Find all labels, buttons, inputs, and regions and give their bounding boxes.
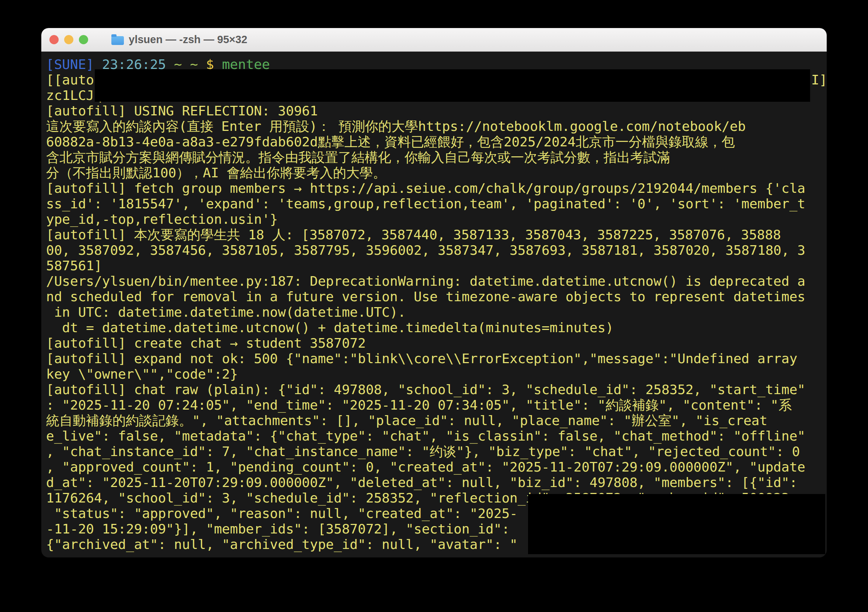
window-title-group: ylsuen — -zsh — 95×32 xyxy=(112,34,247,46)
terminal-line: 587561] xyxy=(46,258,827,274)
redaction-box-member-details xyxy=(528,494,825,554)
terminal-line: 這次要寫入的約談內容(直接 Enter 用預設)： 預測你的大學https://… xyxy=(46,119,827,134)
terminal-line: 分（不指出則默認100），AI 會給出你將要考入的大學。 xyxy=(46,165,827,181)
terminal-line: 00, 3587092, 3587456, 3587105, 3587795, … xyxy=(46,243,827,258)
terminal-line: [autofill] fetch group members → https:/… xyxy=(46,181,827,196)
terminal-line: [autofill] create chat → student 3587072 xyxy=(46,336,827,351)
terminal-line: ype_id,-top,reflection.usin'} xyxy=(46,212,827,227)
terminal-output: [SUNE] 23:26:25 ~ ~ $ mentee[[autofill]z… xyxy=(46,57,827,552)
terminal-line: , "approved_count": 1, "pending_count": … xyxy=(46,459,827,475)
redaction-box-token xyxy=(95,69,810,102)
terminal-line: /Users/ylsuen/bin/mentee.py:187: Depreca… xyxy=(46,274,827,289)
terminal-line: : "2025-11-20 07:24:05", "end_time": "20… xyxy=(46,397,827,413)
close-button[interactable] xyxy=(50,35,59,44)
terminal-line2-tail: I] xyxy=(811,72,827,88)
terminal-line: key \"owner\"","code":2} xyxy=(46,366,827,382)
terminal-screen[interactable]: [SUNE] 23:26:25 ~ ~ $ mentee[[autofill]z… xyxy=(41,52,827,558)
terminal-line: dt = datetime.datetime.utcnow() + dateti… xyxy=(46,320,827,336)
terminal-line: [autofill] 本次要寫的學生共 18 人: [3587072, 3587… xyxy=(46,227,827,243)
terminal-line: e_live": false, "metadata": {"chat_type"… xyxy=(46,428,827,444)
terminal-line: 含北京市賦分方案與網傳賦分情況。指令由我設置了結構化，你輸入自己每次或一次考試分… xyxy=(46,150,827,165)
zoom-button[interactable] xyxy=(79,35,88,44)
terminal-line: 統自動補錄的約談記錄。", "attachments": [], "place_… xyxy=(46,413,827,428)
window-titlebar[interactable]: ylsuen — -zsh — 95×32 xyxy=(41,28,827,52)
terminal-line: , "chat_instance_id": 7, "chat_instance_… xyxy=(46,444,827,459)
terminal-line: [autofill] USING REFLECTION: 30961 xyxy=(46,103,827,119)
terminal-line: 60882a-8b13-4e0a-a8a3-e279fdab602d點擊上述，資… xyxy=(46,134,827,150)
terminal-line: nd scheduled for removal in a future ver… xyxy=(46,289,827,305)
minimize-button[interactable] xyxy=(64,35,73,44)
folder-icon xyxy=(112,36,124,45)
terminal-line: d_at": "2025-11-20T07:29:09.000000Z", "d… xyxy=(46,475,827,490)
terminal-window: ylsuen — -zsh — 95×32 [SUNE] 23:26:25 ~ … xyxy=(41,28,827,558)
terminal-line: [autofill] expand not ok: 500 {"name":"b… xyxy=(46,351,827,366)
terminal-line: in UTC: datetime.datetime.now(datetime.U… xyxy=(46,305,827,320)
terminal-line: [autofill] chat raw (plain): {"id": 4978… xyxy=(46,382,827,397)
window-title: ylsuen — -zsh — 95×32 xyxy=(129,34,247,46)
terminal-line: ss_id': '1815547', 'expand': 'teams,grou… xyxy=(46,196,827,212)
